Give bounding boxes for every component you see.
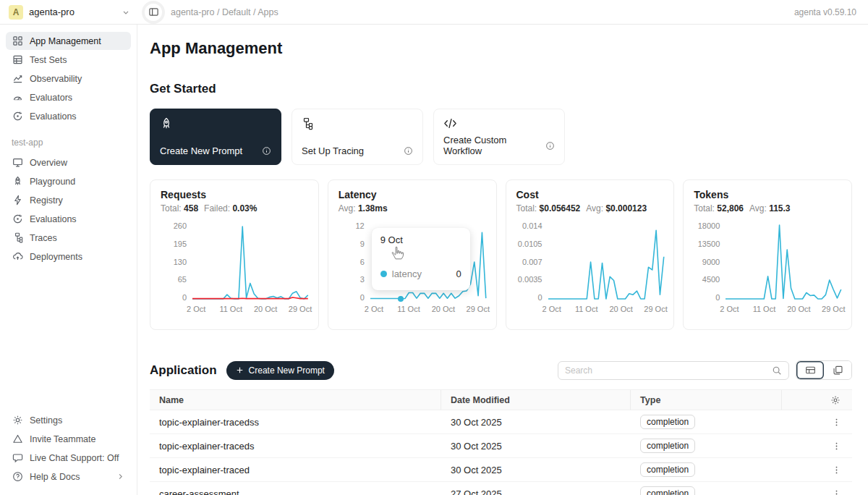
- sidebar-item-app-management[interactable]: App Management: [6, 32, 131, 50]
- y-axis-ticks: 260195130650: [161, 222, 187, 302]
- sidebar-item-label: Evaluators: [30, 93, 72, 103]
- sidebar-item-evaluators[interactable]: Evaluators: [6, 88, 131, 106]
- type-badge: completion: [640, 415, 695, 429]
- get-started-cards: Create New Prompt Set Up Tracing Create …: [150, 109, 852, 165]
- refresh-circle-icon: [12, 111, 23, 122]
- sidebar-item-app-evaluations[interactable]: Evaluations: [6, 210, 131, 228]
- app-name[interactable]: topic-explainer-tracedss: [150, 417, 441, 428]
- mouse-cursor-icon: [391, 246, 404, 260]
- sidebar-item-overview[interactable]: Overview: [6, 153, 131, 172]
- sidebar-item-registry[interactable]: Registry: [6, 191, 131, 209]
- application-header: Application Create New Prompt: [150, 360, 852, 380]
- app-name[interactable]: topic-explainer-traced: [150, 465, 441, 475]
- info-icon[interactable]: [545, 141, 555, 151]
- app-date-modified: 30 Oct 2025: [441, 417, 631, 428]
- y-axis-ticks: 0.0140.01050.0070.00350: [516, 222, 542, 302]
- gauge-icon: [12, 92, 23, 103]
- table-row[interactable]: topic-explainer-traced 30 Oct 2025 compl…: [150, 458, 852, 482]
- column-header-date-modified[interactable]: Date Modified: [441, 390, 631, 410]
- row-actions-button[interactable]: [830, 464, 843, 476]
- table-icon: [12, 54, 23, 65]
- plus-icon: [236, 366, 244, 374]
- sidebar-item-live-chat-support[interactable]: Live Chat Support: Off: [6, 449, 131, 467]
- search-input[interactable]: [565, 365, 772, 376]
- workspace-switcher[interactable]: A agenta-pro: [9, 5, 130, 20]
- search-box[interactable]: [558, 361, 789, 380]
- branch-icon: [302, 117, 315, 130]
- sidebar-item-label: Settings: [30, 415, 62, 426]
- table-view-icon: [805, 365, 816, 376]
- table-row[interactable]: topic-explainer-tracedss 30 Oct 2025 com…: [150, 410, 852, 434]
- table-row[interactable]: career-assessment 27 Oct 2025 completion: [150, 482, 852, 495]
- chat-bubble-icon: [12, 452, 23, 463]
- table-settings-button[interactable]: [830, 395, 841, 405]
- sidebar: App Management Test Sets Observability E…: [0, 25, 137, 495]
- sidebar-item-label: Playground: [30, 177, 75, 187]
- chart-stats: Total: 52,806Avg: 115.3: [694, 203, 841, 213]
- sidebar-item-help-docs[interactable]: Help & Docs: [6, 468, 131, 486]
- tokens-plot-area[interactable]: [726, 225, 841, 299]
- sidebar-item-label: Live Chat Support: Off: [30, 453, 119, 463]
- sidebar-item-label: Help & Docs: [30, 472, 80, 482]
- sidebar-item-deployments[interactable]: Deployments: [6, 248, 131, 266]
- table-row[interactable]: topic-explainer-traceds 30 Oct 2025 comp…: [150, 434, 852, 458]
- code-icon: [443, 117, 456, 130]
- sidebar-toggle-button[interactable]: [145, 4, 162, 21]
- cloud-upload-icon: [12, 251, 23, 262]
- y-axis-ticks: 1800013500900045000: [694, 222, 720, 302]
- set-up-tracing-card[interactable]: Set Up Tracing: [292, 109, 423, 165]
- workspace-avatar: A: [9, 5, 23, 20]
- sidebar-item-playground[interactable]: Playground: [6, 172, 131, 190]
- breadcrumb[interactable]: agenta-pro / Default / Apps: [171, 7, 278, 17]
- question-circle-icon: [12, 471, 23, 482]
- card-label: Create Custom Workflow: [443, 135, 545, 156]
- sidebar-item-evaluations[interactable]: Evaluations: [6, 107, 131, 125]
- app-name[interactable]: topic-explainer-traceds: [150, 441, 441, 452]
- app-name[interactable]: career-assessment: [150, 488, 441, 495]
- sidebar-item-label: Observability: [30, 74, 82, 84]
- chart-title: Latency: [339, 189, 486, 200]
- type-badge: completion: [640, 462, 695, 477]
- sidebar-item-test-sets[interactable]: Test Sets: [6, 51, 131, 69]
- branch-icon: [12, 232, 23, 243]
- tokens-chart-card: Tokens Total: 52,806Avg: 115.3 180001350…: [683, 179, 852, 330]
- column-header-type[interactable]: Type: [631, 390, 782, 410]
- tooltip-series-label: latency: [392, 268, 422, 279]
- chart-stats: Total: $0.056452Avg: $0.000123: [516, 203, 664, 213]
- sidebar-item-traces[interactable]: Traces: [6, 229, 131, 247]
- lightning-icon: [12, 195, 23, 206]
- info-icon[interactable]: [404, 146, 413, 156]
- sidebar-panel-icon: [148, 7, 159, 17]
- x-axis-ticks: 2 Oct11 Oct20 Oct29 Oct: [192, 305, 308, 315]
- app-date-modified: 27 Oct 2025: [441, 488, 631, 495]
- search-icon[interactable]: [772, 365, 782, 376]
- row-actions-button[interactable]: [830, 440, 843, 452]
- x-axis-ticks: 2 Oct11 Oct20 Oct29 Oct: [726, 305, 841, 315]
- button-label: Create New Prompt: [249, 365, 325, 376]
- card-label: Create New Prompt: [160, 145, 242, 156]
- refresh-circle-icon: [12, 213, 23, 224]
- app-version: agenta v0.59.10: [794, 7, 856, 17]
- sidebar-item-label: Registry: [30, 195, 63, 206]
- create-new-prompt-button[interactable]: Create New Prompt: [226, 361, 334, 380]
- chart-stats: Total: 458Failed: 0.03%: [161, 203, 308, 213]
- card-view-button[interactable]: [824, 361, 851, 379]
- x-axis-ticks: 2 Oct11 Oct20 Oct29 Oct: [548, 305, 664, 315]
- sidebar-item-label: Traces: [30, 233, 57, 243]
- table-view-button[interactable]: [796, 361, 824, 379]
- sidebar-item-observability[interactable]: Observability: [6, 69, 131, 88]
- requests-plot-area[interactable]: [192, 225, 308, 299]
- create-custom-workflow-card[interactable]: Create Custom Workflow: [433, 109, 565, 165]
- row-actions-button[interactable]: [830, 416, 843, 428]
- info-icon[interactable]: [262, 146, 271, 156]
- sidebar-item-settings[interactable]: Settings: [6, 411, 131, 429]
- column-header-name[interactable]: Name: [150, 390, 441, 410]
- sidebar-section-label: test-app: [12, 138, 125, 148]
- row-actions-button[interactable]: [830, 488, 843, 495]
- requests-chart-card: Requests Total: 458Failed: 0.03% 2601951…: [150, 179, 319, 330]
- rocket-icon: [12, 176, 23, 187]
- get-started-heading: Get Started: [150, 82, 852, 96]
- create-new-prompt-card[interactable]: Create New Prompt: [150, 109, 281, 165]
- cost-plot-area[interactable]: [548, 225, 664, 299]
- sidebar-item-invite-teammate[interactable]: Invite Teammate: [6, 430, 131, 448]
